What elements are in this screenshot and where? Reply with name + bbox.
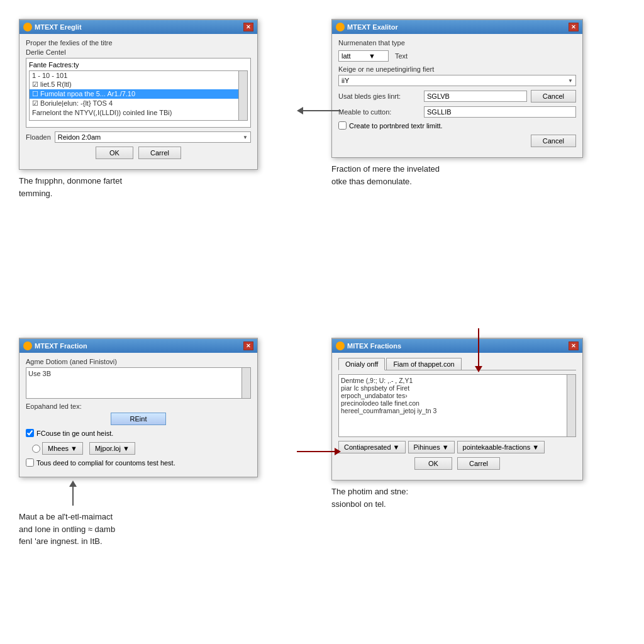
cancel-button-top-left[interactable]: Carrel [138, 147, 181, 159]
pihin-arrow-icon: ▼ [442, 443, 449, 451]
checkbox-group: Fante Factres:ty 1 - 10 - 101 ☑ liet.5 R… [26, 58, 251, 128]
cancel-button-bottom-right[interactable]: Carrel [457, 457, 500, 470]
close-button-top-left[interactable]: ✕ [243, 23, 253, 31]
num-select-row: latt ▼ Text [338, 50, 576, 62]
dialog-title-top-left: MTEXT Ereglit [35, 23, 82, 31]
user-input[interactable]: SGLVB [424, 91, 527, 102]
textarea-value: Use 3B [28, 370, 51, 377]
panel-top-left: MTEXT Ereglit ✕ Proper the fexlies of th… [9, 9, 322, 322]
dialog-body-top-right: Nurmenaten that type latt ▼ Text Keige o… [332, 34, 582, 157]
footer-dropdown[interactable]: Reidon 2:0am ▼ [55, 131, 251, 143]
list-area[interactable]: 1 - 10 - 101 ☑ liet.5 R(ltl) ☐ Fumolat n… [29, 70, 248, 121]
tous-label: Tous deed to complial for countoms test … [36, 459, 175, 467]
up-arrow-container [69, 480, 77, 506]
label-derlie: Derlie Centel [26, 48, 251, 56]
reint-button[interactable]: REint [111, 413, 167, 425]
ok-button-top-left[interactable]: OK [96, 147, 133, 159]
checkbox-group-label: Fante Factres:ty [29, 61, 248, 69]
textarea-line-4: precinolodeo talle finet.con [341, 399, 574, 407]
contiap-arrow-icon: ▼ [393, 443, 400, 451]
user-label: Usat bleds gies linrt: [338, 92, 420, 100]
tab-fiam[interactable]: Fiam of thappet.con [386, 358, 461, 370]
range-label: Keige or ne unepetingirling fiert [338, 65, 576, 73]
btn-row-top-right: Cancel [338, 135, 576, 152]
num-select-separator: Text [395, 52, 408, 60]
arrowhead-right-icon [335, 448, 341, 455]
pihinues-btn[interactable]: Pihinues ▼ [408, 441, 455, 453]
cancel-button-top-right[interactable]: Cancel [531, 135, 576, 147]
textarea-br[interactable]: Dentme (,9:; U: ,.- , Z,Y1 piar Ic shpsb… [338, 374, 576, 437]
mhees-arrow-icon: ▼ [70, 445, 77, 452]
meable-label: Meable to cutton: [338, 108, 420, 116]
dialog-titlebar-top-right: MTEXT Exalitor ✕ [332, 20, 582, 34]
close-button-top-right[interactable]: ✕ [569, 23, 579, 31]
tous-checkbox[interactable] [26, 458, 34, 467]
ok-button-bottom-right[interactable]: OK [414, 457, 452, 470]
num-select-1[interactable]: latt ▼ [338, 50, 389, 62]
arrow-bottom-horizontal [297, 448, 341, 455]
footer-dropdown-value: Reidon 2:0am [58, 133, 101, 141]
radio-mhees-input[interactable] [32, 445, 40, 453]
dialog-title-bottom-right: MITEX Fractions [347, 342, 401, 350]
dialog-title-top-right: MTEXT Exalitor [347, 23, 398, 31]
tab-bar-br: Onialy onff Fiam of thappet.con [338, 358, 576, 370]
dialog-body-bottom-left: Agme Dotiom (aned Finistovi) Use 3B Eopa… [19, 353, 257, 477]
close-button-bottom-right[interactable]: ✕ [569, 341, 579, 350]
fpcouse-checkbox[interactable] [26, 429, 34, 437]
reint-btn-row: REint [26, 413, 251, 425]
up-arrow-area [19, 480, 77, 506]
radio-mhees: Mhees ▼ [32, 442, 83, 455]
arrowhead-left-icon [297, 107, 303, 114]
textarea-line-5: hereel_coumframan_jetoj iy_tn 3 [341, 407, 574, 414]
textarea-use3b[interactable]: Use 3B [26, 367, 251, 399]
checkbox-create-label: Create to portnbred textr limitt. [349, 122, 443, 130]
textarea-scrollbar-br[interactable] [567, 375, 575, 436]
arrow-vertical [475, 328, 482, 372]
eopahand-label: Eopahand led tex: [26, 402, 251, 410]
mjpor-arrow-icon: ▼ [123, 445, 130, 452]
list-item-3[interactable]: ☐ Fumolat npoa the 5... Ar1./7.10 [30, 89, 247, 99]
dropdown-arrow-icon: ▼ [243, 135, 248, 140]
mhees-dropdown[interactable]: Mhees ▼ [42, 442, 83, 455]
fpcouse-label: FCouse tin ge ount heist. [36, 430, 113, 437]
range-select[interactable]: iiY ▼ [338, 75, 576, 86]
meable-row: Meable to cutton: SGLLIB [338, 106, 576, 118]
list-item-2[interactable]: ☑ liet.5 R(ltl) [30, 80, 247, 89]
textarea-line-1: Dentme (,9:; U: ,.- , Z,Y1 [341, 377, 574, 384]
arrow-top-horizontal [297, 107, 341, 114]
list-item-5[interactable]: Farnelont the NTYV(,I(LLDI)) coinled lin… [30, 108, 247, 117]
up-line [72, 487, 74, 506]
dialog-icon [23, 23, 32, 31]
dialog-icon-bl [23, 341, 32, 350]
pointekaable-btn[interactable]: pointekaable-fractions ▼ [457, 441, 545, 453]
list-item-1[interactable]: 1 - 10 - 101 [30, 71, 247, 80]
checkbox-create[interactable] [338, 121, 347, 130]
textarea-scrollbar[interactable] [242, 368, 250, 398]
btn-row-bottom-right: OK Carrel [338, 457, 576, 475]
dialog-icon-right [336, 23, 345, 31]
main-layout: MTEXT Ereglit ✕ Proper the fexlies of th… [0, 0, 644, 644]
dialog-title-bottom-left: MTEXT Fraction [35, 342, 87, 350]
tab-onialy[interactable]: Onialy onff [338, 358, 385, 370]
mjpor-dropdown[interactable]: Mjpor.loj ▼ [89, 442, 135, 455]
bottom-horizontal-line [297, 451, 335, 452]
panel-bottom-left: MTEXT Fraction ✕ Agme Dotiom (aned Finis… [9, 322, 322, 635]
textarea-line-2: piar Ic shpsbety of Firet [341, 384, 574, 392]
cancel-btn-1[interactable]: Cancel [531, 90, 576, 103]
up-arrowhead-icon [69, 480, 77, 487]
contiapresated-btn[interactable]: Contiapresated ▼ [338, 441, 406, 453]
meable-input[interactable]: SGLLIB [424, 106, 576, 118]
list-item-4[interactable]: ☑ Boriule|elun: -{lt} TOS 4 [30, 99, 247, 108]
range-value: iiY [341, 77, 349, 84]
label-proper: Proper the fexlies of the titre [26, 39, 251, 47]
numeration-label: Nurmenaten that type [338, 39, 414, 47]
btn-row-top-left: OK Carrel [26, 147, 251, 164]
dialog-mtext-exalitor: MTEXT Exalitor ✕ Nurmenaten that type la… [331, 19, 583, 158]
range-arrow-icon: ▼ [568, 78, 573, 84]
radio-row: Mhees ▼ Mjpor.loj ▼ [32, 442, 251, 455]
list-scrollbar[interactable] [238, 71, 247, 120]
close-button-bottom-left[interactable]: ✕ [243, 341, 253, 350]
dialog-mtext-ereglit: MTEXT Ereglit ✕ Proper the fexlies of th… [19, 19, 258, 170]
caption-bottom-left: Maut a be al't-etl-maimactand Ione in on… [19, 511, 115, 548]
caption-top-right: Fraction of mere the invelatedotke thas … [331, 163, 440, 187]
